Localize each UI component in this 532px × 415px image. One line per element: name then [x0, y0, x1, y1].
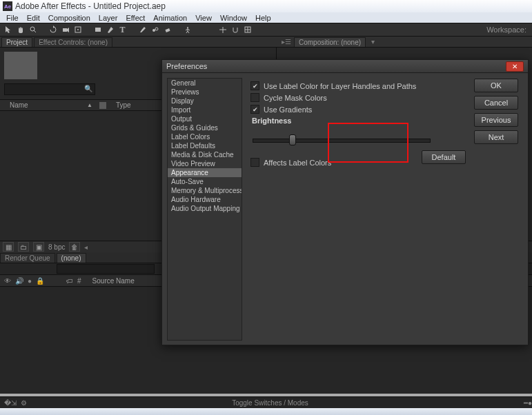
tool-bar: T Workspace: — [0, 23, 532, 37]
rotate-tool-icon[interactable] — [48, 25, 58, 35]
clone-tool-icon[interactable] — [150, 25, 160, 35]
trash-icon[interactable]: 🗑 — [69, 242, 80, 252]
cat-general[interactable]: General — [168, 79, 242, 88]
bit-depth-label[interactable]: 8 bpc — [48, 243, 65, 251]
dialog-close-button[interactable]: ✕ — [506, 61, 524, 72]
menu-window[interactable]: Window — [217, 14, 250, 22]
cat-video-preview[interactable]: Video Preview — [168, 159, 242, 168]
label-col-icon[interactable]: 🏷 — [66, 277, 73, 285]
menu-effect[interactable]: Effect — [122, 14, 148, 22]
brightness-slider[interactable] — [250, 129, 462, 152]
app-badge: Ae — [3, 1, 12, 11]
cat-grids[interactable]: Grids & Guides — [168, 123, 242, 132]
workspace-label[interactable]: Workspace: — [486, 26, 529, 34]
svg-rect-5 — [95, 28, 101, 32]
toggle-switches-button[interactable]: Toggle Switches / Modes — [232, 399, 308, 407]
interpret-footage-icon[interactable]: ▦ — [3, 242, 14, 252]
checkbox-icon — [250, 93, 259, 102]
checkbox-icon: ✔ — [250, 105, 259, 114]
text-tool-icon[interactable]: T — [117, 25, 128, 35]
tab-composition[interactable]: Composition: (none) — [294, 37, 366, 47]
chk-label: Affects Label Colors — [264, 159, 331, 167]
index-col[interactable]: # — [77, 277, 81, 285]
cat-display[interactable]: Display — [168, 97, 242, 105]
flowchart-icon[interactable]: ▸☰ — [282, 38, 291, 45]
cat-audio-out[interactable]: Audio Output Mapping — [168, 204, 242, 213]
status-bar: �⇲ ⚙ Toggle Switches / Modes ━●━ — [0, 396, 532, 408]
svg-point-9 — [187, 27, 188, 28]
next-button[interactable]: Next — [474, 130, 518, 144]
cat-import[interactable]: Import — [168, 105, 242, 114]
audio-toggle-icon[interactable]: 🔊 — [15, 277, 23, 285]
chk-label: Use Label Color for Layer Handles and Pa… — [264, 82, 416, 90]
snap-tool-icon[interactable] — [230, 25, 240, 35]
slider-thumb-icon[interactable] — [289, 134, 296, 145]
menu-animation[interactable]: Animation — [150, 14, 190, 22]
cat-label-defaults[interactable]: Label Defaults — [168, 141, 242, 150]
brightness-section-title: Brightness — [252, 117, 462, 125]
menu-view[interactable]: View — [192, 14, 215, 22]
project-search-input[interactable]: 🔍 — [4, 83, 95, 95]
col-type[interactable]: Type — [116, 101, 131, 109]
axis-tool-icon[interactable] — [217, 25, 228, 35]
chevron-left-icon[interactable]: ◂ — [84, 243, 88, 251]
toggle-icon[interactable]: ⚙ — [21, 399, 27, 407]
zoom-slider-icon[interactable]: ━●━ — [524, 399, 532, 407]
col-name[interactable]: Name — [10, 101, 86, 109]
cat-auto-save[interactable]: Auto-Save — [168, 177, 242, 186]
solo-toggle-icon[interactable]: ● — [28, 277, 32, 285]
cat-label-colors[interactable]: Label Colors — [168, 132, 242, 141]
puppet-tool-icon[interactable] — [182, 25, 193, 35]
cat-memory[interactable]: Memory & Multiprocessing — [168, 186, 242, 195]
menu-bar: File Edit Composition Layer Effect Anima… — [0, 12, 532, 23]
sort-asc-icon[interactable]: ▲ — [87, 102, 92, 108]
menu-help[interactable]: Help — [252, 14, 275, 22]
cat-media-cache[interactable]: Media & Disk Cache — [168, 150, 242, 159]
svg-rect-8 — [165, 28, 170, 32]
svg-point-4 — [77, 29, 79, 30]
default-button[interactable]: Default — [422, 150, 466, 164]
svg-line-1 — [34, 30, 36, 32]
hand-tool-icon[interactable] — [15, 25, 26, 35]
zoom-tool-icon[interactable] — [28, 25, 38, 35]
menu-layer[interactable]: Layer — [95, 14, 121, 22]
previous-button[interactable]: Previous — [474, 113, 518, 127]
menu-edit[interactable]: Edit — [23, 14, 43, 22]
pen-tool-icon[interactable] — [105, 25, 115, 35]
timeline-search-input[interactable] — [57, 264, 155, 274]
pan-behind-tool-icon[interactable] — [72, 25, 83, 35]
new-comp-icon[interactable]: ▣ — [33, 242, 44, 252]
brush-tool-icon[interactable] — [137, 25, 148, 35]
eraser-tool-icon[interactable] — [162, 25, 173, 35]
cat-audio-hw[interactable]: Audio Hardware — [168, 195, 242, 204]
tab-render-queue[interactable]: Render Queue — [0, 253, 55, 263]
tab-effect-controls[interactable]: Effect Controls: (none) — [34, 37, 112, 47]
select-tool-icon[interactable] — [3, 25, 13, 35]
preferences-dialog: Preferences ✕ General Previews Display I… — [161, 59, 529, 345]
menu-file[interactable]: File — [3, 14, 22, 22]
chk-use-label-color[interactable]: ✔ Use Label Color for Layer Handles and … — [250, 80, 462, 92]
rect-tool-icon[interactable] — [92, 25, 103, 35]
camera-tool-icon[interactable] — [60, 25, 70, 35]
menu-composition[interactable]: Composition — [45, 14, 94, 22]
new-folder-icon[interactable]: 🗀 — [18, 242, 29, 252]
video-toggle-icon[interactable]: 👁 — [4, 277, 11, 285]
expand-icon[interactable]: �⇲ — [4, 399, 17, 407]
chk-use-gradients[interactable]: ✔ Use Gradients — [250, 103, 462, 115]
label-swatch-icon[interactable] — [99, 102, 106, 109]
pref-category-list: General Previews Display Import Output G… — [167, 78, 242, 341]
comp-dropdown-icon[interactable]: ▾ — [371, 38, 375, 45]
chk-cycle-mask[interactable]: Cycle Mask Colors — [250, 92, 462, 103]
cat-output[interactable]: Output — [168, 114, 242, 123]
dialog-titlebar: Preferences ✕ — [162, 60, 528, 73]
window-titlebar: Ae Adobe After Effects - Untitled Projec… — [0, 0, 532, 12]
grid-tool-icon[interactable] — [242, 25, 253, 35]
lock-toggle-icon[interactable]: 🔒 — [36, 277, 44, 285]
cat-appearance[interactable]: Appearance — [168, 168, 242, 177]
tab-timeline-none[interactable]: (none) — [57, 253, 86, 263]
cat-previews[interactable]: Previews — [168, 88, 242, 97]
source-name-col[interactable]: Source Name — [92, 277, 135, 285]
tab-project[interactable]: Project — [1, 37, 32, 47]
cancel-button[interactable]: Cancel — [474, 96, 518, 110]
ok-button[interactable]: OK — [474, 79, 518, 92]
